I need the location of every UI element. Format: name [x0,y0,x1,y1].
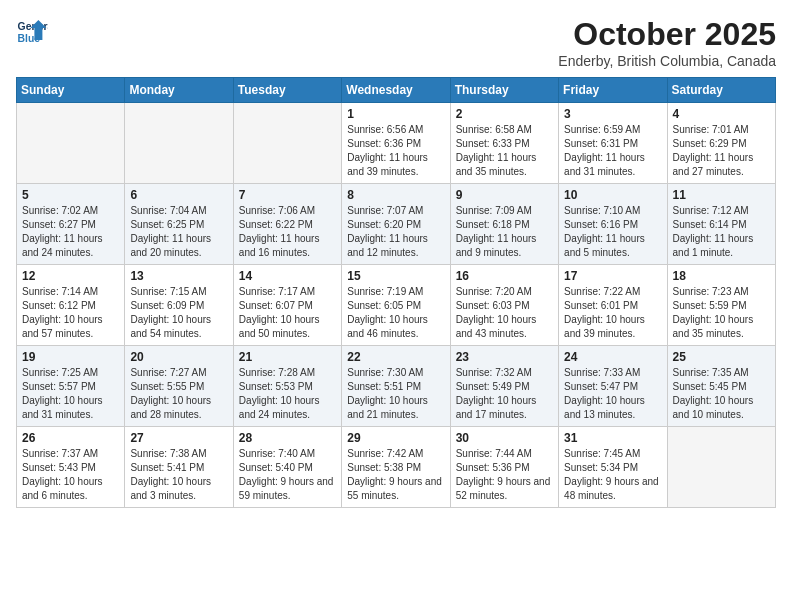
weekday-header-sunday: Sunday [17,78,125,103]
day-info: Sunrise: 7:04 AM Sunset: 6:25 PM Dayligh… [130,204,227,260]
calendar-cell: 3Sunrise: 6:59 AM Sunset: 6:31 PM Daylig… [559,103,667,184]
calendar-cell: 14Sunrise: 7:17 AM Sunset: 6:07 PM Dayli… [233,265,341,346]
calendar-cell: 24Sunrise: 7:33 AM Sunset: 5:47 PM Dayli… [559,346,667,427]
weekday-header-row: SundayMondayTuesdayWednesdayThursdayFrid… [17,78,776,103]
calendar-cell: 7Sunrise: 7:06 AM Sunset: 6:22 PM Daylig… [233,184,341,265]
day-info: Sunrise: 7:14 AM Sunset: 6:12 PM Dayligh… [22,285,119,341]
weekday-header-thursday: Thursday [450,78,558,103]
day-info: Sunrise: 7:20 AM Sunset: 6:03 PM Dayligh… [456,285,553,341]
calendar-week-row: 19Sunrise: 7:25 AM Sunset: 5:57 PM Dayli… [17,346,776,427]
title-block: October 2025 Enderby, British Columbia, … [558,16,776,69]
day-info: Sunrise: 7:33 AM Sunset: 5:47 PM Dayligh… [564,366,661,422]
calendar-cell: 11Sunrise: 7:12 AM Sunset: 6:14 PM Dayli… [667,184,775,265]
calendar-cell: 8Sunrise: 7:07 AM Sunset: 6:20 PM Daylig… [342,184,450,265]
day-number: 25 [673,350,770,364]
calendar-week-row: 12Sunrise: 7:14 AM Sunset: 6:12 PM Dayli… [17,265,776,346]
calendar-cell: 13Sunrise: 7:15 AM Sunset: 6:09 PM Dayli… [125,265,233,346]
day-info: Sunrise: 7:10 AM Sunset: 6:16 PM Dayligh… [564,204,661,260]
day-info: Sunrise: 7:09 AM Sunset: 6:18 PM Dayligh… [456,204,553,260]
calendar-cell: 9Sunrise: 7:09 AM Sunset: 6:18 PM Daylig… [450,184,558,265]
day-info: Sunrise: 7:38 AM Sunset: 5:41 PM Dayligh… [130,447,227,503]
day-info: Sunrise: 7:02 AM Sunset: 6:27 PM Dayligh… [22,204,119,260]
day-info: Sunrise: 7:37 AM Sunset: 5:43 PM Dayligh… [22,447,119,503]
day-info: Sunrise: 7:40 AM Sunset: 5:40 PM Dayligh… [239,447,336,503]
day-number: 4 [673,107,770,121]
calendar-cell: 12Sunrise: 7:14 AM Sunset: 6:12 PM Dayli… [17,265,125,346]
day-info: Sunrise: 7:44 AM Sunset: 5:36 PM Dayligh… [456,447,553,503]
calendar-cell [233,103,341,184]
day-info: Sunrise: 6:56 AM Sunset: 6:36 PM Dayligh… [347,123,444,179]
day-number: 18 [673,269,770,283]
day-info: Sunrise: 7:15 AM Sunset: 6:09 PM Dayligh… [130,285,227,341]
calendar-cell: 29Sunrise: 7:42 AM Sunset: 5:38 PM Dayli… [342,427,450,508]
day-info: Sunrise: 7:28 AM Sunset: 5:53 PM Dayligh… [239,366,336,422]
calendar-cell: 23Sunrise: 7:32 AM Sunset: 5:49 PM Dayli… [450,346,558,427]
day-info: Sunrise: 6:59 AM Sunset: 6:31 PM Dayligh… [564,123,661,179]
day-number: 8 [347,188,444,202]
day-number: 9 [456,188,553,202]
weekday-header-monday: Monday [125,78,233,103]
day-number: 7 [239,188,336,202]
day-info: Sunrise: 7:01 AM Sunset: 6:29 PM Dayligh… [673,123,770,179]
day-number: 2 [456,107,553,121]
day-info: Sunrise: 7:06 AM Sunset: 6:22 PM Dayligh… [239,204,336,260]
calendar-cell: 4Sunrise: 7:01 AM Sunset: 6:29 PM Daylig… [667,103,775,184]
calendar-cell: 17Sunrise: 7:22 AM Sunset: 6:01 PM Dayli… [559,265,667,346]
day-info: Sunrise: 7:17 AM Sunset: 6:07 PM Dayligh… [239,285,336,341]
day-number: 3 [564,107,661,121]
day-number: 16 [456,269,553,283]
day-info: Sunrise: 7:35 AM Sunset: 5:45 PM Dayligh… [673,366,770,422]
calendar-cell: 18Sunrise: 7:23 AM Sunset: 5:59 PM Dayli… [667,265,775,346]
calendar-cell: 27Sunrise: 7:38 AM Sunset: 5:41 PM Dayli… [125,427,233,508]
calendar-cell: 5Sunrise: 7:02 AM Sunset: 6:27 PM Daylig… [17,184,125,265]
day-number: 5 [22,188,119,202]
day-number: 20 [130,350,227,364]
calendar-cell: 16Sunrise: 7:20 AM Sunset: 6:03 PM Dayli… [450,265,558,346]
day-number: 30 [456,431,553,445]
day-info: Sunrise: 7:45 AM Sunset: 5:34 PM Dayligh… [564,447,661,503]
weekday-header-friday: Friday [559,78,667,103]
day-number: 23 [456,350,553,364]
calendar-cell [667,427,775,508]
calendar-cell: 15Sunrise: 7:19 AM Sunset: 6:05 PM Dayli… [342,265,450,346]
day-number: 27 [130,431,227,445]
day-number: 15 [347,269,444,283]
location: Enderby, British Columbia, Canada [558,53,776,69]
day-number: 17 [564,269,661,283]
calendar-cell: 20Sunrise: 7:27 AM Sunset: 5:55 PM Dayli… [125,346,233,427]
day-number: 14 [239,269,336,283]
day-number: 11 [673,188,770,202]
calendar-cell: 10Sunrise: 7:10 AM Sunset: 6:16 PM Dayli… [559,184,667,265]
calendar-week-row: 5Sunrise: 7:02 AM Sunset: 6:27 PM Daylig… [17,184,776,265]
logo-icon: General Blue [16,16,48,48]
day-number: 19 [22,350,119,364]
weekday-header-wednesday: Wednesday [342,78,450,103]
day-number: 12 [22,269,119,283]
day-number: 22 [347,350,444,364]
day-number: 13 [130,269,227,283]
day-number: 21 [239,350,336,364]
calendar-cell [125,103,233,184]
day-number: 26 [22,431,119,445]
day-info: Sunrise: 7:42 AM Sunset: 5:38 PM Dayligh… [347,447,444,503]
calendar-cell: 21Sunrise: 7:28 AM Sunset: 5:53 PM Dayli… [233,346,341,427]
day-info: Sunrise: 7:07 AM Sunset: 6:20 PM Dayligh… [347,204,444,260]
calendar-cell: 22Sunrise: 7:30 AM Sunset: 5:51 PM Dayli… [342,346,450,427]
day-number: 24 [564,350,661,364]
day-info: Sunrise: 7:27 AM Sunset: 5:55 PM Dayligh… [130,366,227,422]
weekday-header-tuesday: Tuesday [233,78,341,103]
calendar-cell: 19Sunrise: 7:25 AM Sunset: 5:57 PM Dayli… [17,346,125,427]
calendar-cell: 25Sunrise: 7:35 AM Sunset: 5:45 PM Dayli… [667,346,775,427]
calendar-cell: 31Sunrise: 7:45 AM Sunset: 5:34 PM Dayli… [559,427,667,508]
calendar-table: SundayMondayTuesdayWednesdayThursdayFrid… [16,77,776,508]
calendar-week-row: 1Sunrise: 6:56 AM Sunset: 6:36 PM Daylig… [17,103,776,184]
day-info: Sunrise: 7:12 AM Sunset: 6:14 PM Dayligh… [673,204,770,260]
calendar-cell: 1Sunrise: 6:56 AM Sunset: 6:36 PM Daylig… [342,103,450,184]
page-header: General Blue October 2025 Enderby, Briti… [16,16,776,69]
day-info: Sunrise: 7:19 AM Sunset: 6:05 PM Dayligh… [347,285,444,341]
month-title: October 2025 [558,16,776,53]
calendar-week-row: 26Sunrise: 7:37 AM Sunset: 5:43 PM Dayli… [17,427,776,508]
day-number: 10 [564,188,661,202]
calendar-cell: 26Sunrise: 7:37 AM Sunset: 5:43 PM Dayli… [17,427,125,508]
calendar-cell: 6Sunrise: 7:04 AM Sunset: 6:25 PM Daylig… [125,184,233,265]
